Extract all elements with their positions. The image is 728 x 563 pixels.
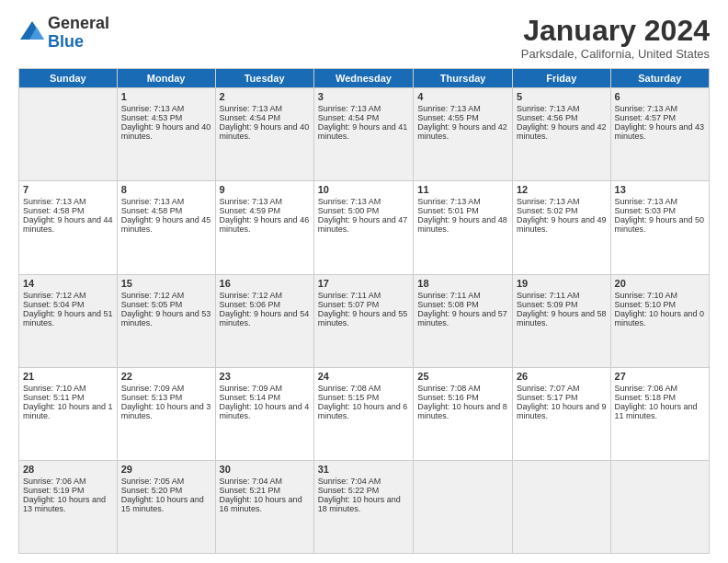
calendar-cell: 25 Sunrise: 7:08 AM Sunset: 5:16 PM Dayl…	[414, 367, 513, 460]
calendar-cell: 26 Sunrise: 7:07 AM Sunset: 5:17 PM Dayl…	[512, 367, 610, 460]
date-number: 17	[318, 278, 410, 289]
sunset-text: Sunset: 4:54 PM	[220, 113, 281, 122]
calendar-cell: 10 Sunrise: 7:13 AM Sunset: 5:00 PM Dayl…	[313, 181, 414, 274]
sunset-text: Sunset: 4:53 PM	[121, 113, 183, 122]
sunrise-text: Sunrise: 7:13 AM	[517, 197, 580, 206]
sunset-text: Sunset: 5:05 PM	[121, 300, 183, 309]
date-number: 28	[23, 464, 113, 475]
calendar-cell: 16 Sunrise: 7:12 AM Sunset: 5:06 PM Dayl…	[215, 274, 313, 367]
daylight-text: Daylight: 9 hours and 46 minutes.	[220, 215, 310, 234]
sunrise-text: Sunrise: 7:09 AM	[220, 384, 283, 393]
calendar-cell: 22 Sunrise: 7:09 AM Sunset: 5:13 PM Dayl…	[117, 367, 215, 460]
sunrise-text: Sunrise: 7:04 AM	[318, 477, 381, 486]
date-number: 30	[220, 464, 310, 475]
sunset-text: Sunset: 4:55 PM	[417, 113, 479, 122]
sunset-text: Sunset: 4:57 PM	[615, 113, 677, 122]
date-number: 24	[318, 371, 410, 382]
calendar-cell	[414, 460, 513, 553]
calendar-cell: 3 Sunrise: 7:13 AM Sunset: 4:54 PM Dayli…	[313, 88, 414, 181]
calendar-cell: 28 Sunrise: 7:06 AM Sunset: 5:19 PM Dayl…	[19, 460, 118, 553]
calendar-cell: 2 Sunrise: 7:13 AM Sunset: 4:54 PM Dayli…	[215, 88, 313, 181]
col-tuesday: Tuesday	[215, 69, 313, 88]
col-sunday: Sunday	[19, 69, 118, 88]
daylight-text: Daylight: 9 hours and 42 minutes.	[517, 122, 607, 141]
daylight-text: Daylight: 10 hours and 13 minutes.	[23, 495, 106, 513]
sunrise-text: Sunrise: 7:13 AM	[220, 104, 283, 113]
sunset-text: Sunset: 5:08 PM	[417, 300, 479, 309]
page: General Blue January 2024 Parksdale, Cal…	[0, 0, 728, 563]
daylight-text: Daylight: 9 hours and 54 minutes.	[220, 309, 310, 327]
date-number: 7	[23, 184, 113, 195]
sunrise-text: Sunrise: 7:09 AM	[121, 384, 185, 393]
daylight-text: Daylight: 10 hours and 11 minutes.	[615, 402, 698, 420]
daylight-text: Daylight: 10 hours and 6 minutes.	[318, 402, 408, 420]
calendar-cell: 23 Sunrise: 7:09 AM Sunset: 5:14 PM Dayl…	[215, 367, 313, 460]
daylight-text: Daylight: 10 hours and 8 minutes.	[417, 402, 507, 420]
sunset-text: Sunset: 5:17 PM	[517, 393, 578, 402]
daylight-text: Daylight: 10 hours and 15 minutes.	[121, 495, 204, 513]
date-number: 14	[23, 278, 113, 289]
sunset-text: Sunset: 4:58 PM	[23, 206, 85, 215]
sunrise-text: Sunrise: 7:13 AM	[615, 104, 678, 113]
date-number: 19	[517, 278, 607, 289]
daylight-text: Daylight: 9 hours and 57 minutes.	[417, 309, 507, 327]
daylight-text: Daylight: 10 hours and 16 minutes.	[220, 495, 302, 513]
daylight-text: Daylight: 10 hours and 9 minutes.	[517, 402, 607, 420]
calendar-cell: 4 Sunrise: 7:13 AM Sunset: 4:55 PM Dayli…	[414, 88, 513, 181]
sunrise-text: Sunrise: 7:12 AM	[121, 291, 185, 300]
calendar-cell: 31 Sunrise: 7:04 AM Sunset: 5:22 PM Dayl…	[313, 460, 414, 553]
sunset-text: Sunset: 5:15 PM	[318, 393, 380, 402]
date-number: 4	[417, 91, 508, 102]
date-number: 31	[318, 464, 410, 475]
sunset-text: Sunset: 4:58 PM	[121, 206, 183, 215]
week-row-4: 21 Sunrise: 7:10 AM Sunset: 5:11 PM Dayl…	[19, 367, 710, 460]
calendar-cell: 18 Sunrise: 7:11 AM Sunset: 5:08 PM Dayl…	[414, 274, 513, 367]
sunrise-text: Sunrise: 7:13 AM	[417, 104, 481, 113]
date-number: 8	[121, 184, 211, 195]
calendar-cell: 9 Sunrise: 7:13 AM Sunset: 4:59 PM Dayli…	[215, 181, 313, 274]
daylight-text: Daylight: 9 hours and 42 minutes.	[417, 122, 507, 141]
date-number: 5	[517, 91, 607, 102]
date-number: 11	[417, 184, 508, 195]
sunrise-text: Sunrise: 7:13 AM	[318, 197, 381, 206]
sunrise-text: Sunrise: 7:13 AM	[517, 104, 580, 113]
daylight-text: Daylight: 9 hours and 40 minutes.	[220, 122, 310, 141]
col-saturday: Saturday	[610, 69, 709, 88]
daylight-text: Daylight: 9 hours and 44 minutes.	[23, 215, 113, 234]
date-number: 6	[615, 91, 705, 102]
sunset-text: Sunset: 5:19 PM	[23, 486, 85, 495]
calendar-cell: 24 Sunrise: 7:08 AM Sunset: 5:15 PM Dayl…	[313, 367, 414, 460]
col-friday: Friday	[512, 69, 610, 88]
sunrise-text: Sunrise: 7:06 AM	[23, 477, 86, 486]
date-number: 20	[615, 278, 705, 289]
sunrise-text: Sunrise: 7:06 AM	[615, 384, 678, 393]
sunrise-text: Sunrise: 7:13 AM	[23, 197, 86, 206]
calendar-cell: 17 Sunrise: 7:11 AM Sunset: 5:07 PM Dayl…	[313, 274, 414, 367]
sunset-text: Sunset: 5:18 PM	[615, 393, 677, 402]
logo-general-text: General	[48, 14, 109, 32]
sunrise-text: Sunrise: 7:10 AM	[23, 384, 86, 393]
week-row-2: 7 Sunrise: 7:13 AM Sunset: 4:58 PM Dayli…	[19, 181, 710, 274]
sunrise-text: Sunrise: 7:11 AM	[417, 291, 481, 300]
date-number: 9	[220, 184, 310, 195]
sunrise-text: Sunrise: 7:12 AM	[23, 291, 86, 300]
sunset-text: Sunset: 5:04 PM	[23, 300, 85, 309]
sunset-text: Sunset: 5:09 PM	[517, 300, 578, 309]
calendar-cell: 8 Sunrise: 7:13 AM Sunset: 4:58 PM Dayli…	[117, 181, 215, 274]
logo: General Blue	[18, 15, 109, 52]
location: Parksdale, California, United States	[521, 47, 710, 61]
daylight-text: Daylight: 10 hours and 1 minute.	[23, 402, 113, 420]
sunset-text: Sunset: 5:03 PM	[615, 206, 677, 215]
date-number: 15	[121, 278, 211, 289]
header: General Blue January 2024 Parksdale, Cal…	[18, 15, 710, 61]
sunrise-text: Sunrise: 7:08 AM	[417, 384, 481, 393]
date-number: 22	[121, 371, 211, 382]
sunset-text: Sunset: 5:13 PM	[121, 393, 183, 402]
daylight-text: Daylight: 9 hours and 47 minutes.	[318, 215, 408, 234]
sunrise-text: Sunrise: 7:13 AM	[417, 197, 481, 206]
calendar-cell	[610, 460, 709, 553]
daylight-text: Daylight: 9 hours and 48 minutes.	[417, 215, 507, 234]
header-row: Sunday Monday Tuesday Wednesday Thursday…	[19, 69, 710, 88]
sunrise-text: Sunrise: 7:13 AM	[615, 197, 678, 206]
calendar-cell: 14 Sunrise: 7:12 AM Sunset: 5:04 PM Dayl…	[19, 274, 118, 367]
